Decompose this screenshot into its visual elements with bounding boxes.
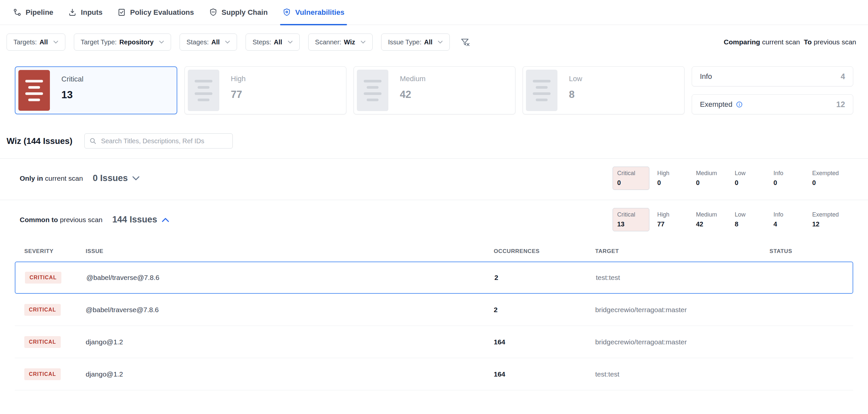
chevron-down-icon: [132, 176, 140, 181]
tab-label: Pipeline: [26, 8, 53, 17]
severity-summary-row: Critical 13 High 77 Medium 42 Low 8 I: [15, 66, 853, 114]
count-chip-medium[interactable]: Medium 42: [696, 211, 735, 228]
group-issues-count: 144 Issues: [112, 214, 157, 225]
clear-filters-icon[interactable]: [460, 37, 470, 47]
list-icon: [19, 70, 50, 111]
target-cell: test:test: [596, 274, 770, 282]
column-header-severity: SEVERITY: [24, 248, 86, 255]
count-chip-critical[interactable]: Critical 13: [613, 208, 649, 231]
filter-label: Issue Type:: [388, 38, 422, 46]
column-header-target: TARGET: [595, 248, 770, 255]
group-issues-toggle[interactable]: 0 Issues: [93, 173, 140, 183]
tab-label: Inputs: [81, 8, 102, 17]
inputs-icon: [68, 8, 76, 17]
tab-vulnerabilities[interactable]: Vulnerabilities: [283, 0, 344, 25]
severity-card-info[interactable]: Info 4: [692, 66, 853, 86]
count-value: 0: [617, 179, 645, 187]
table-row[interactable]: CRITICAL django@1.2 164 bridgecrewio/ter…: [15, 326, 853, 358]
count-value: 0: [773, 179, 812, 187]
group-issues-toggle[interactable]: 144 Issues: [112, 214, 169, 225]
filter-issue-type[interactable]: Issue Type: All: [381, 33, 450, 51]
filter-value: All: [211, 38, 220, 46]
severity-card-exempted[interactable]: Exempted 12: [692, 94, 853, 114]
comparing-label: Comparing: [724, 38, 760, 46]
count-chip-exempted[interactable]: Exempted 12: [812, 211, 851, 228]
issues-search-box[interactable]: [84, 134, 233, 149]
tab-pipeline[interactable]: Pipeline: [13, 0, 53, 25]
filter-scanner[interactable]: Scanner: Wiz: [308, 33, 373, 51]
column-header-occurrences: OCCURRENCES: [494, 248, 595, 255]
issue-cell: @babel/traverse@7.8.6: [86, 274, 494, 282]
count-chip-critical[interactable]: Critical 0: [613, 167, 649, 190]
group-severity-counts: Critical 13 High 77 Medium 42 Low 8 Info…: [613, 208, 851, 231]
severity-card-critical[interactable]: Critical 13: [15, 66, 177, 114]
count-chip-low[interactable]: Low 0: [735, 170, 773, 187]
count-chip-high[interactable]: High 0: [657, 170, 696, 187]
filter-targets[interactable]: Targets: All: [6, 33, 65, 51]
column-header-issue: ISSUE: [86, 248, 494, 255]
severity-card-value: 8: [569, 89, 582, 100]
column-header-status: STATUS: [770, 248, 853, 255]
tab-policy-evaluations[interactable]: Policy Evaluations: [118, 0, 194, 25]
list-icon: [188, 70, 219, 111]
occurrences-cell: 2: [494, 306, 595, 314]
table-row[interactable]: CRITICAL @babel/traverse@7.8.6 2 bridgec…: [15, 294, 853, 326]
severity-card-label: Critical: [61, 75, 83, 84]
severity-card-low[interactable]: Low 8: [523, 66, 684, 114]
severity-badge: CRITICAL: [25, 272, 61, 284]
count-chip-medium[interactable]: Medium 0: [696, 170, 735, 187]
filter-steps[interactable]: Steps: All: [246, 33, 300, 51]
tab-label: Policy Evaluations: [130, 8, 194, 17]
table-row[interactable]: CRITICAL django@1.2 164 test:test: [15, 358, 853, 390]
table-row[interactable]: CRITICAL @babel/traverse@7.8.6 2 test:te…: [15, 262, 853, 294]
count-value: 8: [735, 220, 773, 228]
severity-card-medium[interactable]: Medium 42: [353, 66, 516, 114]
filter-value: All: [39, 38, 48, 46]
table-header-row: SEVERITY ISSUE OCCURRENCES TARGET STATUS: [15, 241, 853, 262]
count-label: Info: [773, 170, 812, 177]
count-chip-high[interactable]: High 77: [657, 211, 696, 228]
count-chip-low[interactable]: Low 8: [735, 211, 773, 228]
target-cell: bridgecrewio/terragoat:master: [595, 338, 770, 346]
group-label-bold: Common to: [20, 216, 58, 224]
count-chip-info[interactable]: Info 0: [773, 170, 812, 187]
group-common-to-previous-scan: Common to previous scan 144 Issues Criti…: [0, 200, 868, 239]
exempted-card-label: Exempted: [700, 100, 733, 109]
tab-supply-chain[interactable]: Supply Chain: [209, 0, 268, 25]
pipeline-icon: [13, 8, 21, 17]
count-label: Critical: [617, 170, 645, 177]
count-value: 4: [773, 220, 812, 228]
count-value: 77: [657, 220, 696, 228]
chevron-down-icon: [159, 40, 164, 44]
count-value: 0: [657, 179, 696, 187]
chevron-down-icon: [287, 40, 293, 44]
search-input[interactable]: [100, 137, 228, 145]
chevron-down-icon: [361, 40, 366, 44]
filter-label: Steps:: [252, 38, 271, 46]
count-value: 13: [617, 220, 645, 228]
supply-chain-icon: [209, 8, 217, 17]
scanner-section-header: Wiz (144 Issues): [6, 134, 868, 149]
filter-target-type[interactable]: Target Type: Repository: [74, 33, 171, 51]
severity-card-label: Medium: [400, 75, 426, 83]
filter-value: Wiz: [344, 38, 355, 46]
issue-cell: django@1.2: [86, 370, 494, 378]
filter-label: Targets:: [13, 38, 37, 46]
severity-card-high[interactable]: High 77: [185, 66, 346, 114]
filter-label: Stages:: [186, 38, 209, 46]
previous-scan-label: previous scan: [813, 38, 856, 46]
issue-cell: django@1.2: [86, 338, 494, 346]
filter-stages[interactable]: Stages: All: [180, 33, 237, 51]
count-label: Medium: [696, 170, 735, 177]
tab-label: Vulnerabilities: [295, 8, 344, 17]
filter-value: Repository: [119, 38, 153, 46]
count-value: 0: [696, 179, 735, 187]
exempted-card-value: 12: [836, 100, 845, 109]
tab-inputs[interactable]: Inputs: [68, 0, 102, 25]
info-circle-icon: [736, 101, 743, 108]
top-tab-bar: Pipeline Inputs Policy Evaluations Suppl…: [0, 0, 868, 25]
chevron-down-icon: [225, 40, 230, 44]
count-chip-exempted[interactable]: Exempted 0: [812, 170, 851, 187]
severity-card-value: 13: [61, 89, 83, 101]
count-chip-info[interactable]: Info 4: [773, 211, 812, 228]
